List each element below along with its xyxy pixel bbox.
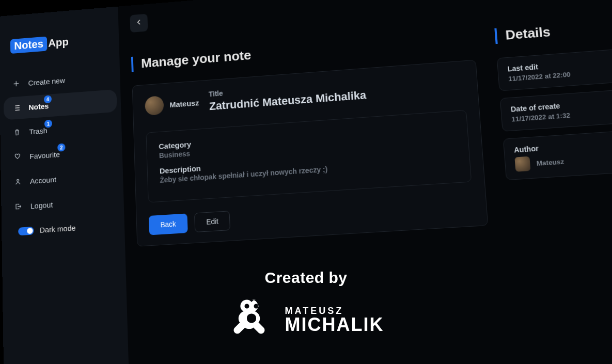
avatar — [514, 156, 530, 172]
detail-author-name: Mateusz — [536, 157, 564, 167]
logo-text: App — [48, 36, 69, 50]
note-info-card: Category Business Description Żeby sie c… — [146, 110, 472, 203]
created-by-label: Created by — [264, 269, 347, 287]
arrow-left-icon — [134, 18, 144, 29]
sidebar-item-label: Trash — [29, 126, 48, 136]
details-title: Details — [494, 19, 612, 44]
count-badge: 1 — [44, 120, 52, 128]
avatar — [145, 96, 164, 116]
logo-badge: Notes — [10, 36, 48, 54]
back-action-button[interactable]: Back — [149, 213, 188, 235]
note-card: Mateusz Title Zatrudnić Mateusza Michali… — [132, 60, 489, 247]
back-button[interactable] — [130, 14, 148, 33]
detail-card-author: Author Mateusz — [503, 130, 612, 180]
count-badge: 4 — [44, 95, 52, 103]
detail-card-last-edit: Last edit 11/17/2022 at 22:00 — [497, 49, 612, 91]
dark-mode-switch[interactable] — [18, 226, 34, 235]
dark-mode-label: Dark mode — [40, 224, 76, 234]
svg-point-0 — [17, 179, 19, 181]
sidebar-item-label: Favourite — [29, 150, 60, 160]
sidebar-nav: Create new Notes 4 Trash 1 — [0, 65, 125, 244]
heart-icon — [13, 152, 22, 162]
brand-last-name: MICHALIK — [285, 315, 384, 334]
author-chip: Mateusz — [145, 93, 199, 116]
credits-overlay: Created by MATEUSZ MICHALIK — [228, 269, 384, 343]
sidebar-item-label: Account — [30, 175, 56, 185]
list-icon — [12, 103, 21, 113]
dark-mode-toggle-row: Dark mode — [9, 214, 117, 243]
sidebar-item-label: Create new — [28, 76, 65, 87]
sidebar-item-label: Logout — [30, 200, 53, 210]
count-badge: 2 — [57, 143, 65, 151]
detail-card-created: Date of create 11/17/2022 at 1:32 — [500, 89, 612, 132]
plus-icon — [12, 79, 21, 88]
note-actions: Back Edit — [149, 196, 474, 235]
user-icon — [13, 177, 22, 186]
author-name: Mateusz — [169, 98, 199, 108]
trash-icon — [12, 128, 21, 137]
sidebar: Notes App Create new Notes 4 — [0, 7, 129, 364]
logout-icon — [14, 202, 23, 211]
brand-mark-icon — [228, 297, 275, 343]
edit-button[interactable]: Edit — [194, 211, 230, 232]
